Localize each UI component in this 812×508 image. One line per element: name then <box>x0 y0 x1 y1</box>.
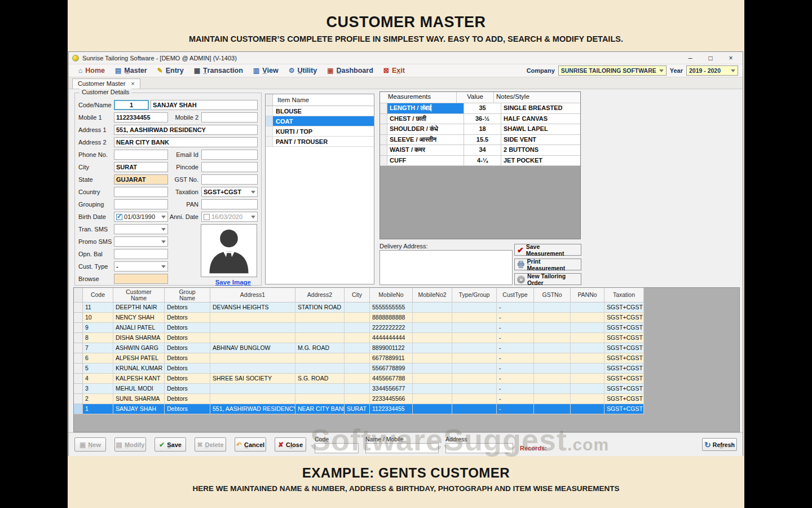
measurement-name-cell[interactable]: CUFF <box>387 156 464 166</box>
table-row[interactable]: 5KRUNAL KUMARDebtors5566778899-SGST+CGST <box>74 364 739 374</box>
menu-item-transaction[interactable]: ▦T̲ransaction <box>189 65 248 76</box>
measurement-name-cell[interactable]: SHOULDER / कंधे <box>387 124 464 134</box>
close-window-button[interactable]: × <box>727 54 735 62</box>
measurement-note-cell[interactable]: 2 BUTTONS <box>501 145 572 155</box>
opn-bal-input[interactable] <box>114 249 168 259</box>
table-row[interactable]: 10NENCY SHAHDebtors8888888888-SGST+CGST <box>74 313 739 323</box>
tab-customer-master[interactable]: Customer Master × <box>72 78 140 89</box>
promo-sms-select[interactable] <box>114 237 168 247</box>
grouping-input[interactable] <box>114 199 168 209</box>
checkbox-unchecked-icon[interactable] <box>204 214 210 220</box>
maximize-button[interactable]: □ <box>707 54 714 62</box>
item-row[interactable]: PANT / TROUSER <box>266 137 374 147</box>
address2-input[interactable] <box>114 137 258 147</box>
refresh-button[interactable]: ↻ Ref̲resh <box>702 438 737 451</box>
measurement-note-cell[interactable]: SINGLE BREASTED <box>501 103 572 113</box>
measurement-row[interactable]: LENGTH / लंबाई35SINGLE BREASTED <box>380 103 580 114</box>
column-header-type_group[interactable]: Type/Group <box>452 288 497 303</box>
code-input[interactable] <box>114 100 149 110</box>
column-header-pan[interactable]: PANNo <box>571 288 604 303</box>
item-row[interactable]: KURTI / TOP <box>266 126 374 137</box>
column-header-city[interactable]: City <box>345 288 370 303</box>
measurement-note-cell[interactable]: JET POCKET <box>501 156 572 166</box>
customer-photo[interactable] <box>201 224 257 277</box>
taxation-select[interactable]: SGST+CGST <box>201 187 258 197</box>
table-row[interactable]: 4KALPESH KANTDebtorsSHREE SAI SOCIETYS.G… <box>74 374 739 384</box>
measurement-value-cell[interactable]: 18 <box>464 124 501 134</box>
table-row[interactable]: 11DEEPTHI NAIRDebtorsDEVANSH HEIGHTSSTAT… <box>74 303 739 313</box>
cancel-button[interactable]: ↶C̲ancel <box>235 437 266 452</box>
checkbox-checked-icon[interactable] <box>116 214 122 220</box>
customer-name-input[interactable] <box>151 100 258 110</box>
tab-close-icon[interactable]: × <box>131 80 134 87</box>
measurement-value-cell[interactable]: 15.5 <box>464 135 501 145</box>
save-image-link[interactable]: Save Image <box>215 279 251 286</box>
table-row[interactable]: 1SANJAY SHAHDebtors551, AASHIRWAD RESIDE… <box>74 404 739 414</box>
menu-item-master[interactable]: ▤M̲aster <box>110 65 152 76</box>
measurement-row[interactable]: CHEST / छाती36-½HALF CANVAS <box>380 114 580 125</box>
browse-input[interactable] <box>114 274 168 284</box>
column-header-code[interactable]: Code <box>83 288 113 303</box>
column-header-group[interactable]: Group Name <box>165 288 210 303</box>
measurement-row[interactable]: CUFF4-¼JET POCKET <box>380 156 580 167</box>
measurement-name-cell[interactable]: SLEEVE / आस्तीन <box>387 135 464 145</box>
search-address-input[interactable] <box>445 443 513 453</box>
column-header-gst[interactable]: GSTNo <box>534 288 571 303</box>
table-row[interactable]: 3MEHUL MODIDebtors3344556677-SGST+CGST <box>74 384 739 394</box>
pincode-input[interactable] <box>201 162 258 172</box>
measurement-note-cell[interactable]: SHAWL LAPEL <box>501 124 572 134</box>
new-tailoring-order-button[interactable]: » New Tailoring Order <box>514 273 581 285</box>
search-code-input[interactable] <box>315 443 359 453</box>
measurement-value-cell[interactable]: 36-½ <box>464 114 501 124</box>
minimize-button[interactable]: – <box>686 54 694 62</box>
delivery-address-input[interactable] <box>379 250 513 285</box>
measurement-row[interactable]: SLEEVE / आस्तीन15.5SIDE VENT <box>380 135 580 146</box>
anni-date-picker[interactable]: 16/03/2020 <box>201 212 258 222</box>
column-header-cust_type[interactable]: CustType <box>497 288 534 303</box>
item-row[interactable]: COAT <box>266 116 374 126</box>
close-button[interactable]: ✘Cl̲ose <box>275 437 306 452</box>
country-input[interactable] <box>114 187 168 197</box>
company-select[interactable]: SUNRISE TAILORING SOFTWARE <box>558 65 667 76</box>
measurement-note-cell[interactable]: HALF CANVAS <box>501 114 572 124</box>
menu-item-exit[interactable]: ⊠Ex̲it <box>378 65 410 76</box>
measurement-note-cell[interactable]: SIDE VENT <box>501 135 572 145</box>
measurement-name-cell[interactable]: WAIST / कमर <box>387 145 464 155</box>
phone-input[interactable] <box>114 150 168 160</box>
search-name-input[interactable] <box>365 443 439 453</box>
tran-sms-select[interactable] <box>114 224 168 234</box>
measurement-row[interactable]: WAIST / कमर342 BUTTONS <box>380 145 580 156</box>
column-header-name[interactable]: Customer Name <box>113 288 165 303</box>
measurement-name-cell[interactable]: CHEST / छाती <box>387 114 464 124</box>
item-row[interactable]: BLOUSE <box>266 106 374 116</box>
birth-date-picker[interactable]: 01/03/1990 <box>114 212 168 222</box>
address1-input[interactable] <box>114 125 258 135</box>
column-header-taxation[interactable]: Taxation <box>604 288 644 303</box>
measurement-value-cell[interactable]: 35 <box>464 103 501 113</box>
menu-item-dashboard[interactable]: ▣D̲ashboard <box>322 65 378 76</box>
gst-input[interactable] <box>201 174 258 185</box>
column-header-mobile[interactable]: MobileNo <box>370 288 413 303</box>
measurement-name-cell[interactable]: LENGTH / लंबाई <box>387 103 464 113</box>
menu-item-utility[interactable]: ⚙U̲tility <box>284 65 323 76</box>
column-header-address1[interactable]: Address1 <box>210 288 295 303</box>
email-input[interactable] <box>201 150 258 160</box>
state-input[interactable] <box>114 174 168 185</box>
pan-input[interactable] <box>201 199 258 209</box>
column-header-address2[interactable]: Address2 <box>295 288 345 303</box>
measurement-value-cell[interactable]: 34 <box>464 145 501 155</box>
measurement-row[interactable]: SHOULDER / कंधे18SHAWL LAPEL <box>380 124 580 135</box>
city-input[interactable] <box>114 162 168 172</box>
table-row[interactable]: 2SUNIL SHARMADebtors2233445566-SGST+CGST <box>74 394 739 404</box>
mobile1-input[interactable] <box>114 112 168 122</box>
measurement-value-cell[interactable]: 4-¼ <box>464 156 501 166</box>
menu-item-home[interactable]: ⌂Home <box>73 65 110 76</box>
cust-type-select[interactable]: - <box>114 261 168 271</box>
table-row[interactable]: 9ANJALI PATELDebtors2222222222-SGST+CGST <box>74 323 739 333</box>
mobile2-input[interactable] <box>201 112 258 122</box>
print-measurement-button[interactable]: P̲rint Measurement <box>514 259 581 270</box>
save-measurement-button[interactable]: ✔ Save Measurement <box>514 244 581 256</box>
table-row[interactable]: 6ALPESH PATELDebtors6677889911-SGST+CGST <box>74 353 739 364</box>
year-select[interactable]: 2019 - 2020 <box>686 65 738 76</box>
menu-item-entry[interactable]: ✎E̲ntry <box>152 65 189 76</box>
